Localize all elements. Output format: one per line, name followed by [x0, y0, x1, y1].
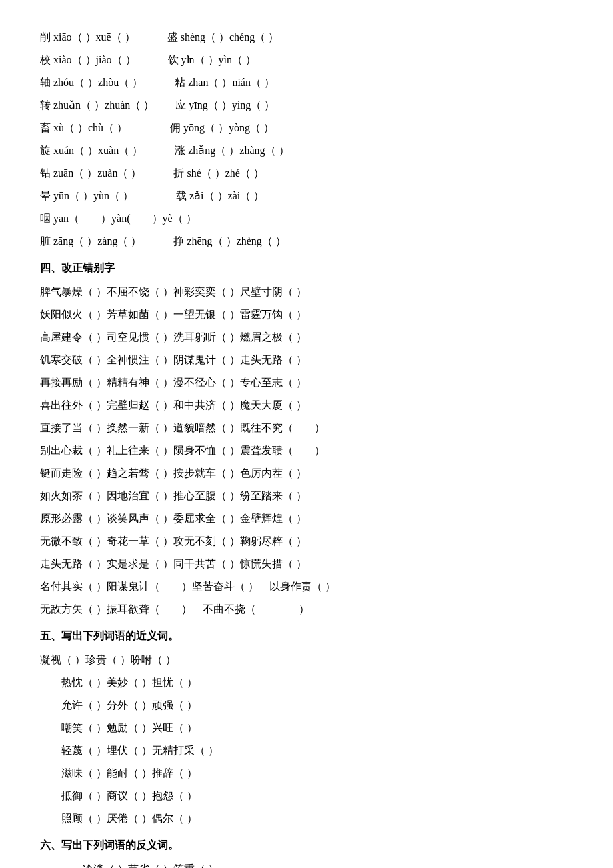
line-1: 削 xiāo（ ）xuē（ ） 盛 shèng（ ）chéng（ ） [40, 27, 573, 48]
s5-line-8: 照顾（ ）厌倦（ ）偶尔（ ） [40, 808, 573, 829]
s4-line-15: 无敌方矢（ ）振耳欲聋（ ） 不曲不挠（ ） [40, 599, 573, 620]
section5-content: 凝视（ ）珍贵（ ）吩咐（ ） 热忱（ ）美妙（ ）担忧（ ） 允许（ ）分外（… [40, 649, 573, 829]
section5-title: 五、写出下列词语的近义词。 [40, 625, 573, 647]
s4-line-6: 喜出往外（ ）完壁归赵（ ）和中共济（ ）魔天大厦（ ） [40, 395, 573, 416]
s5-line-3: 允许（ ）分外（ ）顽强（ ） [40, 695, 573, 716]
s4-line-9: 铤而走险（ ）趋之若骛（ ）按步就车（ ）色厉内茬（ ） [40, 463, 573, 484]
s5-line-6: 滋味（ ）能耐（ ）推辞（ ） [40, 763, 573, 784]
line-8: 晕 yūn（ ）yùn（ ） 载 zǎi（ ）zài（ ） [40, 185, 573, 207]
s5-line-4: 嘲笑（ ）勉励（ ）兴旺（ ） [40, 717, 573, 739]
s4-line-7: 直接了当（ ）换然一新（ ）道貌暗然（ ）既往不究（ ） [40, 417, 573, 439]
s4-line-13: 走头无路（ ）实是求是（ ）同干共苦（ ）惊慌失措（ ） [40, 553, 573, 575]
s4-line-12: 无微不致（ ）奇花一草（ ）攻无不刻（ ）鞠躬尽粹（ ） [40, 531, 573, 552]
s4-line-10: 如火如茶（ ）因地治宜（ ）推心至腹（ ）纷至踏来（ ） [40, 485, 573, 507]
pinyin-section: 削 xiāo（ ）xuē（ ） 盛 shèng（ ）chéng（ ） 校 xià… [40, 27, 573, 252]
s4-line-11: 原形必露（ ）谈笑风声（ ）委屈求全（ ）金壁辉煌（ ） [40, 508, 573, 529]
s4-line-2: 妖阳似火（ ）芳草如菌（ ）一望无银（ ）雷霆万钩（ ） [40, 304, 573, 325]
section6-content: 冷淡（ ）节省（ ）笨重（ ） 公开（ ）粗糙（ ）困难（ ） 暂时（ ）强大（… [40, 859, 573, 868]
section4-content: 脾气暴燥（ ）不屈不饶（ ）神彩奕奕（ ）尺壁寸阴（ ） 妖阳似火（ ）芳草如菌… [40, 281, 573, 620]
section4-title: 四、改正错别字 [40, 257, 573, 279]
line-6: 旋 xuán（ ）xuàn（ ） 涨 zhǎng（ ）zhàng（ ） [40, 140, 573, 161]
s4-line-4: 饥寒交破（ ）全神惯注（ ）阴谋鬼计（ ）走头无路（ ） [40, 349, 573, 371]
line-7: 钻 zuān（ ）zuàn（ ） 折 shé（ ）zhé（ ） [40, 163, 573, 184]
main-content: 削 xiāo（ ）xuē（ ） 盛 shèng（ ）chéng（ ） 校 xià… [40, 27, 573, 868]
s4-line-5: 再接再励（ ）精精有神（ ）漫不径心（ ）专心至志（ ） [40, 372, 573, 393]
s4-line-8: 别出心裁（ ）礼上往来（ ）陨身不恤（ ）震聋发聩（ ） [40, 440, 573, 461]
s5-line-2: 热忱（ ）美妙（ ）担忧（ ） [40, 672, 573, 693]
s4-line-1: 脾气暴燥（ ）不屈不饶（ ）神彩奕奕（ ）尺壁寸阴（ ） [40, 281, 573, 303]
line-2: 校 xiào（ ）jiào（ ） 饮 yǐn（ ）yìn（ ） [40, 49, 573, 71]
section6-title: 六、写出下列词语的反义词。 [40, 835, 573, 856]
s5-line-1: 凝视（ ）珍贵（ ）吩咐（ ） [40, 649, 573, 671]
s5-line-5: 轻蔑（ ）埋伏（ ）无精打采（ ） [40, 740, 573, 761]
s5-line-7: 抵御（ ）商议（ ）抱怨（ ） [40, 785, 573, 807]
s6-line-1: 冷淡（ ）节省（ ）笨重（ ） [40, 859, 573, 868]
s4-line-14: 名付其实（ ）阳谋鬼计（ ）坚苦奋斗（ ） 以身作责（ ） [40, 576, 573, 597]
line-3: 轴 zhóu（ ）zhòu（ ） 粘 zhān（ ）nián（ ） [40, 72, 573, 93]
line-4: 转 zhuǎn（ ）zhuàn（ ） 应 yīng（ ）yìng（ ） [40, 95, 573, 116]
line-5: 畜 xù（ ）chù（ ） 佣 yōng（ ）yòng（ ） [40, 117, 573, 139]
line-9: 咽 yān（ ）yàn( ）yè（ ） [40, 208, 573, 229]
line-10: 脏 zāng（ ）zàng（ ） 挣 zhēng（ ）zhèng（ ） [40, 231, 573, 252]
s4-line-3: 高屋建令（ ）司空见惯（ ）洗耳躬听（ ）燃眉之极（ ） [40, 327, 573, 348]
